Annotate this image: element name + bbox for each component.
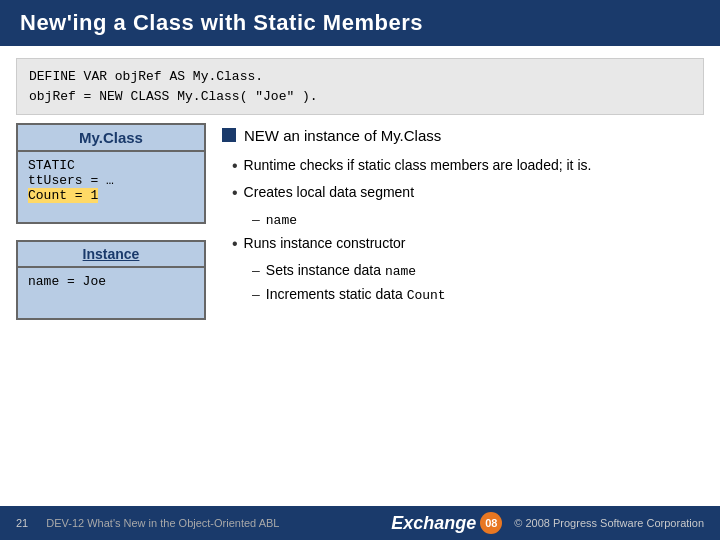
slide-title: New'ing a Class with Static Members <box>0 0 720 46</box>
exchange-text: Exchange <box>391 513 476 534</box>
static-label: STATIC <box>28 158 194 173</box>
class-diagram: My.Class STATIC ttUsers = … Count = 1 In… <box>16 123 206 320</box>
sub-bullet-3-text: Runs instance constructor <box>244 234 406 254</box>
slide: New'ing a Class with Static Members DEFI… <box>0 0 720 540</box>
instance-box: Instance name = Joe <box>16 240 206 320</box>
count-value: Count = 1 <box>28 188 98 203</box>
code-line-2: objRef = NEW CLASS My.Class( "Joe" ). <box>29 87 691 107</box>
sub-sub-text-2-1: name <box>266 210 297 230</box>
dash-icon-3-2: – <box>252 285 260 305</box>
bullet-dot-icon: • <box>232 156 238 177</box>
class-box: My.Class STATIC ttUsers = … Count = 1 <box>16 123 206 224</box>
sub-bullet-3: • Runs instance constructor <box>232 234 704 255</box>
sub-sub-bullet-3-1: – Sets instance data name <box>252 261 704 281</box>
dash-icon: – <box>252 210 260 230</box>
main-bullet-text: NEW an instance of My.Class <box>244 125 441 146</box>
footer: 21 DEV-12 What's New in the Object-Orien… <box>0 506 720 540</box>
sub-bullet-1-text: Runtime checks if static class members a… <box>244 156 592 176</box>
footer-copyright: © 2008 Progress Software Corporation <box>514 517 704 529</box>
instance-label: Instance <box>18 242 204 268</box>
page-number: 21 <box>16 517 28 529</box>
exchange-badge: 08 <box>480 512 502 534</box>
sub-sub-bullet-2-1: – name <box>252 210 704 230</box>
sub-sub-text-3-2: Increments static data Count <box>266 285 446 305</box>
sub-bullet-2-text: Creates local data segment <box>244 183 414 203</box>
sub-sub-bullets-3: – Sets instance data name – Increments s… <box>252 261 704 305</box>
right-panel: NEW an instance of My.Class • Runtime ch… <box>222 123 704 320</box>
sub-sub-text-3-1: Sets instance data name <box>266 261 416 281</box>
tt-users: ttUsers = … <box>28 173 194 188</box>
instance-body: name = Joe <box>18 268 204 318</box>
code-line-1: DEFINE VAR objRef AS My.Class. <box>29 67 691 87</box>
sub-sub-bullet-3-2: – Increments static data Count <box>252 285 704 305</box>
sub-sub-bullets-2: – name <box>252 210 704 230</box>
main-content: My.Class STATIC ttUsers = … Count = 1 In… <box>16 123 704 320</box>
count-highlighted: Count = 1 <box>28 188 194 203</box>
class-body: STATIC ttUsers = … Count = 1 <box>18 152 204 222</box>
sub-bullet-2: • Creates local data segment <box>232 183 704 204</box>
footer-dev-label: DEV-12 What's New in the Object-Oriented… <box>46 517 279 529</box>
sub-bullets: • Runtime checks if static class members… <box>232 156 704 305</box>
class-name: My.Class <box>18 125 204 152</box>
bullet-square-icon <box>222 128 236 142</box>
bullet-dot-icon-2: • <box>232 183 238 204</box>
sub-bullet-1: • Runtime checks if static class members… <box>232 156 704 177</box>
bullet-dot-icon-3: • <box>232 234 238 255</box>
main-bullet-row: NEW an instance of My.Class <box>222 125 704 146</box>
dash-icon-3-1: – <box>252 261 260 281</box>
exchange-logo: Exchange 08 <box>391 512 502 534</box>
instance-name: name = Joe <box>28 274 194 289</box>
code-block: DEFINE VAR objRef AS My.Class. objRef = … <box>16 58 704 115</box>
